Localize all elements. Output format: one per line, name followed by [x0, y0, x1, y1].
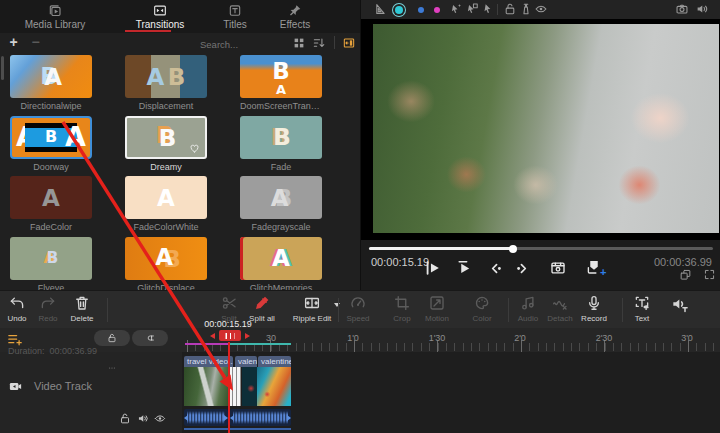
spray-icon[interactable]	[519, 2, 533, 16]
transition-item[interactable]: A FadeColorWhite	[125, 176, 207, 237]
eye-icon[interactable]	[534, 2, 548, 16]
play-from-start-icon[interactable]	[423, 258, 443, 278]
lock-track-button[interactable]	[94, 330, 130, 346]
divider	[107, 298, 108, 322]
redo-icon	[39, 294, 57, 312]
search-input[interactable]	[198, 36, 290, 53]
play-icon[interactable]	[455, 258, 475, 278]
cursor-star-icon[interactable]	[449, 2, 463, 16]
transition-item[interactable]: B A Fadegrayscale	[240, 176, 322, 237]
transition-thumbnail[interactable]: B A	[125, 237, 207, 280]
transition-thumbnail[interactable]: B A	[240, 176, 322, 219]
tab-transitions[interactable]: Transitions	[115, 0, 205, 33]
record-button[interactable]: Record	[572, 291, 616, 329]
color-button[interactable]: Color	[460, 291, 504, 329]
transition-item[interactable]: A B Displacement	[125, 55, 207, 116]
grid-view-icon[interactable]	[292, 36, 306, 50]
playhead-prev-icon[interactable]	[210, 333, 215, 339]
seek-bar[interactable]	[369, 247, 713, 250]
thumb-letter-front: B	[272, 59, 290, 82]
export-plus-badge: +	[600, 266, 606, 278]
duration-value: 00:00:36.99	[50, 346, 98, 356]
transition-item[interactable]: B A GlitchDisplace	[125, 237, 207, 291]
transition-item[interactable]: A GlitchMemories	[240, 237, 322, 291]
remove-transition-button[interactable]: −	[28, 35, 43, 50]
trash-icon	[73, 294, 91, 312]
tab-media-library[interactable]: Media Library	[10, 0, 100, 33]
track-mute-icon[interactable]	[136, 412, 150, 425]
transition-item[interactable]: B B Fade	[240, 116, 322, 177]
transition-item[interactable]: B B Dreamy	[125, 116, 207, 177]
cyan-dot[interactable]	[395, 6, 403, 14]
transition-thumbnail[interactable]: B B	[125, 116, 207, 159]
transition-item[interactable]: A B DoomScreenTransition	[240, 55, 322, 116]
transition-item[interactable]: A B Flyeye	[10, 237, 92, 291]
snapshot-frame-icon[interactable]	[549, 259, 567, 277]
transition-thumbnail[interactable]: B B	[240, 116, 322, 159]
delete-button[interactable]: Delete	[60, 291, 104, 329]
heart-icon[interactable]	[189, 143, 200, 154]
transition-thumbnail[interactable]: A	[10, 176, 92, 219]
compare-view-icon[interactable]	[679, 268, 692, 281]
ruler-label: 2'0	[500, 333, 540, 343]
clip-label[interactable]: valentine'...	[258, 356, 291, 367]
setsquare-icon[interactable]	[373, 2, 387, 16]
track-lock-icon[interactable]	[118, 412, 132, 425]
cursor-box-icon[interactable]	[465, 2, 479, 16]
transition-thumbnail[interactable]: A B	[10, 237, 92, 280]
clip-thumbnail[interactable]	[257, 367, 291, 406]
magnet-icon	[145, 333, 156, 344]
playhead-handle[interactable]	[219, 330, 241, 341]
track-visibility-icon[interactable]	[153, 412, 167, 425]
ruler-label: 1'30	[417, 333, 457, 343]
speed-button[interactable]: Speed	[336, 291, 380, 329]
clip-label[interactable]: valen...	[235, 356, 257, 367]
seek-knob[interactable]	[509, 245, 517, 253]
motion-button[interactable]: Motion	[415, 291, 459, 329]
transition-thumbnail[interactable]: B A	[10, 55, 92, 98]
magenta-dot[interactable]	[434, 7, 440, 13]
snapshot-camera-icon[interactable]	[675, 2, 689, 16]
tab-label: Transitions	[136, 19, 185, 30]
fullscreen-icon[interactable]	[703, 268, 716, 281]
clip-label[interactable]: travel video...	[184, 356, 233, 367]
audio-icon	[519, 294, 537, 312]
playhead-line[interactable]	[228, 342, 230, 433]
add-transition-button[interactable]: +	[6, 35, 21, 50]
audio-waveform[interactable]	[230, 409, 291, 426]
blue-dot[interactable]	[418, 7, 424, 13]
transition-thumbnail[interactable]: A B	[125, 55, 207, 98]
tab-effects[interactable]: Effects	[265, 0, 325, 33]
text-to-speech-button[interactable]	[658, 291, 702, 329]
lock-icon[interactable]	[503, 2, 517, 16]
transition-name: GlitchMemories	[240, 283, 322, 291]
volume-icon[interactable]	[695, 2, 709, 16]
video-frame[interactable]	[373, 24, 719, 233]
transition-thumbnail[interactable]: A	[240, 237, 322, 280]
transition-name: GlitchDisplace	[125, 283, 207, 291]
snap-magnet-button[interactable]	[132, 330, 168, 346]
transition-thumbnail[interactable]: A B	[240, 55, 322, 98]
transition-marker[interactable]	[229, 367, 241, 406]
scrollbar[interactable]	[1, 56, 4, 80]
transition-item[interactable]: A FadeColor	[10, 176, 92, 237]
audio-waveform[interactable]	[184, 409, 228, 426]
cursor-plain-icon[interactable]	[481, 2, 495, 16]
motion-icon	[428, 294, 446, 312]
transition-thumbnail[interactable]: A B A	[10, 116, 92, 159]
next-frame-icon[interactable]	[514, 260, 531, 277]
button-label: Redo	[38, 314, 57, 323]
clip-thumbnail[interactable]	[242, 367, 257, 406]
transition-thumbnail[interactable]: A	[125, 176, 207, 219]
panel-toggle-icon[interactable]	[342, 36, 356, 50]
sort-icon[interactable]	[312, 36, 326, 50]
track-menu-icon[interactable]	[104, 364, 120, 372]
divider	[334, 36, 335, 49]
tab-titles[interactable]: Titles	[205, 0, 265, 33]
playhead-next-icon[interactable]	[245, 333, 250, 339]
transition-item[interactable]: B A Directionalwipe	[10, 55, 92, 116]
previous-frame-icon[interactable]	[487, 260, 504, 277]
clip-thumbnail[interactable]	[184, 367, 229, 406]
transition-item-doorway-selected[interactable]: A B A Doorway	[10, 116, 92, 177]
ripple-edit-button[interactable]: Ripple Edit	[283, 291, 341, 329]
